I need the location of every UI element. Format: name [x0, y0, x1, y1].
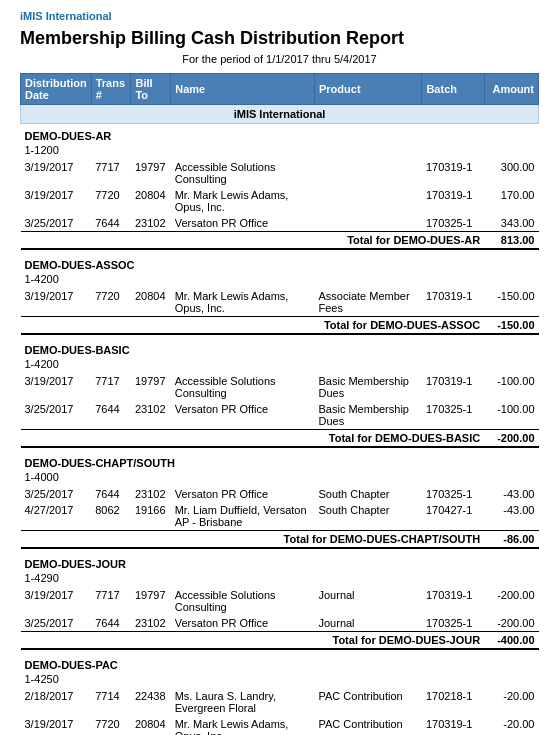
period-label: For the period of 1/1/2017 thru 5/4/2017 — [20, 53, 539, 65]
group-header: DEMO-DUES-JOUR — [21, 552, 539, 571]
sub-header: 1-4200 — [21, 357, 539, 373]
sub-header: 1-1200 — [21, 143, 539, 159]
group-header: DEMO-DUES-ASSOC — [21, 253, 539, 272]
table-row: 3/25/2017 7644 23102 Versaton PR Office … — [21, 401, 539, 430]
total-row: Total for DEMO-DUES-CHAPT/SOUTH -86.00 — [21, 531, 539, 549]
table-row: 3/19/2017 7720 20804 Mr. Mark Lewis Adam… — [21, 716, 539, 735]
sub-header: 1-4250 — [21, 672, 539, 688]
total-row: Total for DEMO-DUES-JOUR -400.00 — [21, 632, 539, 650]
table-row: 3/25/2017 7644 23102 Versaton PR Office … — [21, 615, 539, 632]
table-row: 2/18/2017 7714 22438 Ms. Laura S. Landry… — [21, 688, 539, 716]
imis-section-header: iMIS International — [21, 105, 539, 124]
table-row: 3/19/2017 7720 20804 Mr. Mark Lewis Adam… — [21, 288, 539, 317]
col-distribution: Distribution Date — [21, 74, 92, 105]
col-amount: Amount — [484, 74, 538, 105]
table-row: 3/19/2017 7720 20804 Mr. Mark Lewis Adam… — [21, 187, 539, 215]
table-row: 3/19/2017 7717 19797 Accessible Solution… — [21, 159, 539, 187]
col-trans: Trans # — [91, 74, 131, 105]
col-product: Product — [314, 74, 421, 105]
table-row: 4/27/2017 8062 19166 Mr. Liam Duffield, … — [21, 502, 539, 531]
org-title: iMIS International — [20, 10, 539, 22]
total-row: Total for DEMO-DUES-AR 813.00 — [21, 232, 539, 250]
group-header: DEMO-DUES-BASIC — [21, 338, 539, 357]
group-header: DEMO-DUES-CHAPT/SOUTH — [21, 451, 539, 470]
sub-header: 1-4290 — [21, 571, 539, 587]
table-row: 3/19/2017 7717 19797 Accessible Solution… — [21, 587, 539, 615]
group-header: DEMO-DUES-AR — [21, 124, 539, 144]
col-name: Name — [171, 74, 315, 105]
group-header: DEMO-DUES-PAC — [21, 653, 539, 672]
table-row: 3/25/2017 7644 23102 Versaton PR Office … — [21, 215, 539, 232]
table-row: 3/19/2017 7717 19797 Accessible Solution… — [21, 373, 539, 401]
table-row: 3/25/2017 7644 23102 Versaton PR Office … — [21, 486, 539, 502]
sub-header: 1-4200 — [21, 272, 539, 288]
col-batch: Batch — [422, 74, 484, 105]
col-billto: Bill To — [131, 74, 171, 105]
total-row: Total for DEMO-DUES-BASIC -200.00 — [21, 430, 539, 448]
total-row: Total for DEMO-DUES-ASSOC -150.00 — [21, 317, 539, 335]
report-title: Membership Billing Cash Distribution Rep… — [20, 28, 539, 49]
sub-header: 1-4000 — [21, 470, 539, 486]
table-header: Distribution Date Trans # Bill To Name P… — [21, 74, 539, 105]
